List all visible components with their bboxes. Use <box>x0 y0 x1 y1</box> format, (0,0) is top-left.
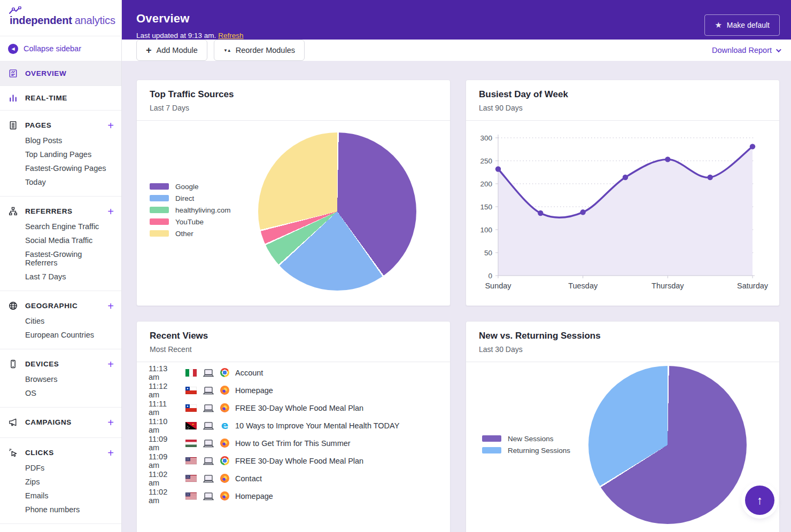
recent-view-row: 11:10 ame10 Ways to Improve Your Mental … <box>149 417 437 434</box>
legend-swatch <box>150 230 169 237</box>
recent-view-row: 11:02 amHomepage <box>149 487 437 505</box>
card-subtitle: Most Recent <box>150 345 437 354</box>
devices-icon <box>8 359 18 369</box>
sidebar-group-header-geographic[interactable]: GEOGRAPHIC+ <box>0 298 121 314</box>
ie-browser-icon: e <box>220 421 229 430</box>
sidebar-subitem[interactable]: Social Media Traffic <box>0 233 121 247</box>
star-icon: ★ <box>715 20 722 30</box>
card-header: Recent Views Most Recent <box>137 322 450 362</box>
sidebar-group-header-devices[interactable]: DEVICES+ <box>0 356 121 372</box>
sessions-pie-chart <box>588 366 747 524</box>
sidebar-subitem[interactable]: OS <box>0 386 121 400</box>
legend-item: YouTube <box>150 216 231 228</box>
card-title: New vs. Returning Sessions <box>479 331 766 341</box>
legend-swatch <box>150 207 169 213</box>
sidebar-group-pages: PAGES+Blog PostsTop Landing PagesFastest… <box>0 111 121 197</box>
plus-icon[interactable]: + <box>107 121 114 130</box>
pg-flag-icon <box>185 422 197 429</box>
legend-label: Other <box>175 230 193 238</box>
plus-icon[interactable]: + <box>107 302 114 310</box>
sidebar-group-label: DEVICES <box>25 360 100 368</box>
geographic-icon <box>8 301 18 311</box>
card-header: New vs. Returning Sessions Last 30 Days <box>466 322 779 362</box>
page: independentanalytics ◀ Collapse sidebar … <box>0 0 791 532</box>
sidebar-subitem[interactable]: Last 7 Days <box>0 270 121 284</box>
recent-view-row: 11:09 amHow to Get Trim for This Summer <box>149 434 437 452</box>
sidebar-subitem[interactable]: Phone numbers <box>0 503 121 517</box>
sidebar-subitem[interactable]: Search Engine Traffic <box>0 220 121 233</box>
add-module-button[interactable]: + Add Module <box>136 40 207 61</box>
busiest-day-line-chart: 050100150200250300SundayTuesdayThursdayS… <box>470 124 779 296</box>
recent-view-row: 11:09 amFREE 30-Day Whole Food Meal Plan <box>149 452 437 470</box>
app-logo: independentanalytics <box>0 0 121 36</box>
card-body: GoogleDirecthealthyliving.comYouTubeOthe… <box>137 121 450 302</box>
sidebar-subitem[interactable]: Cities <box>0 314 121 328</box>
sidebar-subitem[interactable]: Fastest-Growing Referrers <box>0 247 121 270</box>
card-subtitle: Last 7 Days <box>150 104 437 112</box>
sessions-legend: New SessionsReturning Sessions <box>482 433 570 456</box>
reorder-modules-button[interactable]: ▼▲ Reorder Modules <box>214 40 305 61</box>
laptop-icon <box>203 368 214 378</box>
firefox-browser-icon <box>220 386 229 395</box>
recent-view-row: 11:13 amAccount <box>149 364 437 381</box>
laptop-icon <box>203 491 214 501</box>
sidebar-subitem[interactable]: Fastest-Growing Pages <box>0 161 121 175</box>
sidebar-subitem[interactable]: Zips <box>0 475 121 489</box>
sidebar-nav: OVERVIEWREAL-TIMEPAGES+Blog PostsTop Lan… <box>0 61 121 524</box>
sidebar-subitem[interactable]: Blog Posts <box>0 134 121 147</box>
view-time: 11:12 am <box>149 382 180 399</box>
sidebar-subitem[interactable]: Browsers <box>0 372 121 386</box>
sidebar-group-header-pages[interactable]: PAGES+ <box>0 117 121 134</box>
sidebar-group-devices: DEVICES+BrowsersOS <box>0 349 121 408</box>
sidebar-item-overview[interactable]: OVERVIEW <box>0 61 121 86</box>
referrers-icon <box>8 206 18 216</box>
make-default-button[interactable]: ★ Make default <box>704 14 780 36</box>
last-updated-label: Last updated at 9:13 am. <box>136 32 216 40</box>
sidebar-subitem[interactable]: Emails <box>0 489 121 503</box>
sidebar-item-real-time[interactable]: REAL-TIME <box>0 86 121 111</box>
last-updated-text: Last updated at 9:13 am.Refresh <box>136 32 244 40</box>
plus-icon[interactable]: + <box>107 360 114 369</box>
traffic-sources-legend: GoogleDirecthealthyliving.comYouTubeOthe… <box>150 181 231 239</box>
sidebar-subitem[interactable]: European Countries <box>0 328 121 342</box>
view-time: 11:09 am <box>149 435 180 452</box>
legend-label: YouTube <box>175 218 204 226</box>
sidebar-group-label: GEOGRAPHIC <box>25 302 100 310</box>
sidebar-group-header-campaigns[interactable]: CAMPAIGNS+ <box>0 414 121 431</box>
sidebar-group-header-clicks[interactable]: CLICKS+ <box>0 444 121 461</box>
card-header: Busiest Day of Week Last 90 Days <box>466 80 779 121</box>
svg-text:Tuesday: Tuesday <box>568 281 598 290</box>
chevron-down-icon <box>776 47 781 52</box>
legend-item: Direct <box>150 192 231 204</box>
legend-label: healthyliving.com <box>175 206 231 214</box>
scroll-to-top-button[interactable]: ↑ <box>745 486 774 515</box>
collapse-sidebar-button[interactable]: ◀ Collapse sidebar <box>0 36 121 61</box>
plus-icon[interactable]: + <box>107 449 114 457</box>
chrome-browser-icon <box>220 456 229 465</box>
module-sessions: New vs. Returning Sessions Last 30 Days … <box>466 321 780 532</box>
svg-text:Sunday: Sunday <box>485 281 511 290</box>
download-report-label: Download Report <box>712 46 772 54</box>
recent-views-list: 11:13 amAccount11:12 amHomepage11:11 amF… <box>137 362 450 505</box>
sidebar-subitem[interactable]: PDFs <box>0 461 121 475</box>
module-recent-views: Recent Views Most Recent 11:13 amAccount… <box>136 321 451 532</box>
plus-icon[interactable]: + <box>107 418 114 427</box>
legend-swatch <box>150 183 169 190</box>
refresh-link[interactable]: Refresh <box>218 32 243 40</box>
hu-flag-icon <box>185 440 197 447</box>
plus-icon[interactable]: + <box>107 207 114 216</box>
sidebar-subitem[interactable]: Top Landing Pages <box>0 147 121 161</box>
module-busiest-day: Busiest Day of Week Last 90 Days 0501001… <box>466 80 780 306</box>
legend-label: Direct <box>175 194 194 202</box>
sidebar-subitem[interactable]: Today <box>0 175 121 189</box>
legend-swatch <box>150 218 169 225</box>
logo-word-light: analytics <box>75 14 115 26</box>
cl-flag-icon <box>185 387 197 394</box>
laptop-icon <box>203 456 214 466</box>
module-toolbar: + Add Module ▼▲ Reorder Modules Download… <box>122 40 791 61</box>
card-title: Recent Views <box>150 331 437 341</box>
main-area: Overview Last updated at 9:13 am.Refresh… <box>122 0 791 532</box>
legend-swatch <box>150 195 169 201</box>
sidebar-group-header-referrers[interactable]: REFERRERS+ <box>0 203 121 220</box>
download-report-button[interactable]: Download Report <box>712 46 780 54</box>
